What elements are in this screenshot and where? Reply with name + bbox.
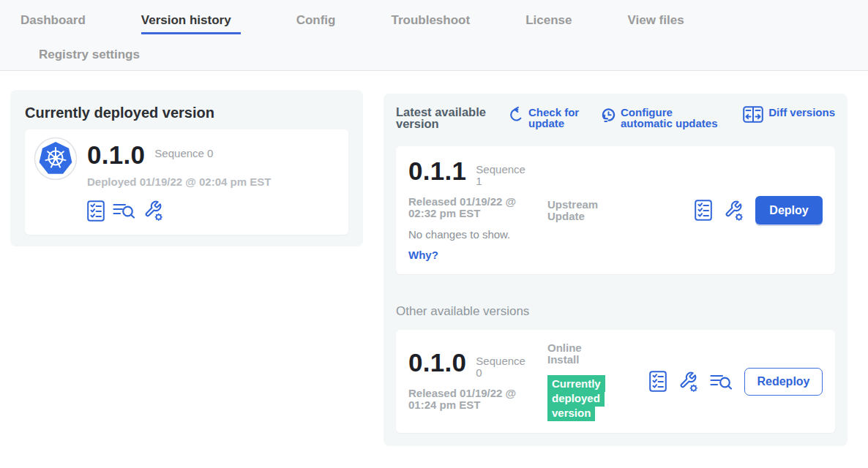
preflight-checks-icon[interactable] — [695, 200, 712, 221]
latest-source-label: Upstream Update — [547, 199, 600, 222]
nav-tabs-row2: Registry settings — [0, 34, 868, 61]
redeploy-button[interactable]: Redeploy — [744, 368, 823, 396]
schedule-update-icon — [602, 106, 616, 123]
other-released-timestamp: Released 01/19/22 @ 01:24 pm EST — [408, 388, 533, 411]
diff-icon — [743, 106, 763, 123]
deployed-timestamp: Deployed 01/19/22 @ 02:04 pm EST — [87, 176, 271, 188]
other-available-versions-title: Other available versions — [396, 304, 835, 319]
deployed-version-card: 0.1.0 Sequence 0 Deployed 01/19/22 @ 02:… — [25, 129, 348, 235]
currently-deployed-panel: Currently deployed version 0.1.0 Sequenc… — [10, 90, 363, 246]
tab-troubleshoot[interactable]: Troubleshoot — [391, 14, 470, 26]
deployed-version-number: 0.1.0 — [87, 144, 145, 166]
edit-config-icon[interactable] — [724, 200, 744, 222]
edit-config-icon[interactable] — [678, 371, 698, 393]
deploy-logs-icon[interactable] — [710, 373, 733, 390]
tab-registry-settings[interactable]: Registry settings — [39, 48, 868, 61]
nav-tabs-row1: DashboardVersion historyConfigTroublesho… — [0, 0, 868, 34]
latest-changes-note: No changes to show. — [408, 229, 547, 241]
preflight-checks-icon[interactable] — [649, 371, 667, 392]
refresh-icon — [509, 106, 523, 123]
diff-versions-link[interactable]: Diff versions — [743, 106, 835, 123]
latest-released-timestamp: Released 01/19/22 @ 02:32 pm EST — [408, 196, 533, 219]
currently-deployed-title: Currently deployed version — [25, 105, 348, 121]
check-for-update-link[interactable]: Check for update — [509, 106, 581, 129]
top-navigation: DashboardVersion historyConfigTroublesho… — [0, 0, 868, 71]
configure-automatic-updates-link[interactable]: Configure automatic updates — [602, 106, 723, 129]
why-link[interactable]: Why? — [408, 249, 547, 261]
preflight-checks-icon[interactable] — [87, 200, 105, 222]
other-sequence-label: Sequence 0 — [476, 352, 531, 379]
deploy-button[interactable]: Deploy — [755, 196, 823, 224]
edit-config-icon[interactable] — [143, 200, 163, 222]
tab-version-history[interactable]: Version history — [141, 14, 241, 34]
other-version-number: 0.1.0 — [408, 352, 466, 374]
tab-dashboard[interactable]: Dashboard — [20, 14, 86, 26]
available-versions-panel: Latest available version Check for updat… — [384, 94, 848, 446]
tab-license[interactable]: License — [525, 14, 572, 26]
latest-available-title: Latest available version — [396, 106, 502, 129]
currently-deployed-badge: Currently deployed version — [547, 375, 605, 421]
tab-config[interactable]: Config — [296, 14, 336, 26]
page-body: Currently deployed version 0.1.0 Sequenc… — [0, 71, 868, 446]
other-version-card: 0.1.0 Sequence 0 Released 01/19/22 @ 01:… — [396, 330, 835, 433]
latest-version-number: 0.1.1 — [408, 160, 466, 182]
deploy-logs-icon[interactable] — [113, 202, 135, 219]
tab-view-files[interactable]: View files — [627, 14, 684, 26]
latest-sequence-label: Sequence 1 — [476, 160, 531, 187]
kubernetes-logo — [34, 137, 78, 181]
deployed-sequence-label: Sequence 0 — [154, 144, 213, 159]
other-source-label: Online Install — [547, 342, 600, 366]
latest-version-card: 0.1.1 Sequence 1 Released 01/19/22 @ 02:… — [396, 146, 835, 274]
